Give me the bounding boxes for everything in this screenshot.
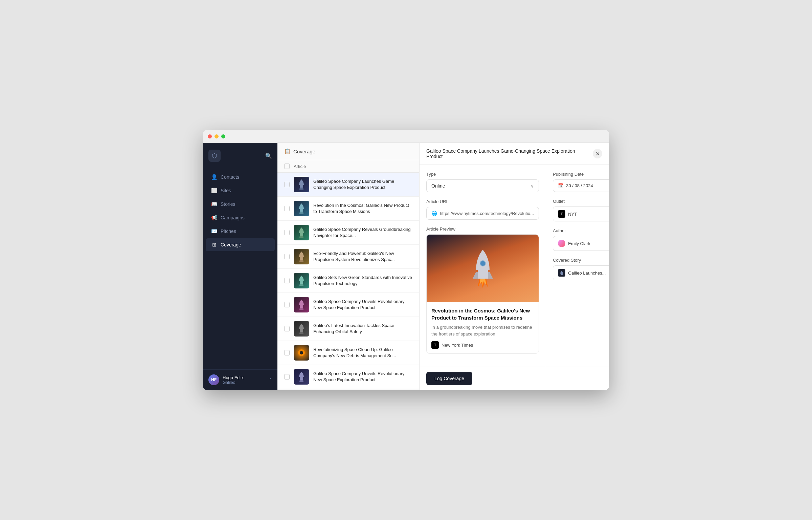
article-list-header: Article (277, 160, 419, 173)
stories-icon: 📖 (211, 201, 217, 207)
article-list-panel: 📋 Coverage Article Galileo Space Company… (277, 143, 420, 390)
covered-story-name: Galileo Launches... (568, 270, 606, 276)
maximize-button[interactable] (221, 134, 225, 138)
article-title: Revolutionizing Space Clean-Up: Galileo … (313, 347, 412, 359)
outlet-field[interactable]: T NYT (553, 207, 609, 221)
search-icon[interactable]: 🔍 (265, 153, 272, 159)
detail-right-column: Publishing Date 📅 30 / 08 / 2024 Outlet … (546, 165, 609, 367)
url-field-group: Article URL 🌐 https://www.nytimes.com/te… (426, 199, 539, 220)
list-item[interactable]: Eco-Friendly and Powerful: Galileo's New… (277, 245, 419, 269)
outlet-name: NYT (568, 212, 577, 217)
row-checkbox[interactable] (284, 350, 290, 355)
detail-header: Galileo Space Company Launches Game-Chan… (420, 143, 609, 165)
sidebar-item-label: Contacts (221, 174, 239, 180)
outlet-logo: T (558, 210, 565, 218)
list-item[interactable]: Galileo Sets New Green Standards with In… (277, 269, 419, 293)
row-checkbox[interactable] (284, 278, 290, 283)
preview-article-title: Revolution in the Cosmos: Galileo's New … (431, 307, 534, 321)
close-icon[interactable]: ✕ (593, 149, 602, 158)
sidebar-item-stories[interactable]: 📖 Stories (206, 198, 275, 211)
detail-left-column: Type Online ∨ Article URL 🌐 https://www.… (420, 165, 546, 367)
article-title: Galileo's Latest Innovation Tackles Spac… (313, 323, 412, 335)
article-thumbnail (294, 225, 309, 240)
type-dropdown[interactable]: Online ∨ (426, 179, 539, 192)
sidebar-item-label: Coverage (221, 242, 241, 247)
sidebar-item-coverage[interactable]: ⊞ Coverage (206, 238, 275, 251)
covered-story-group: Covered Story Galileo Launches... (553, 258, 609, 280)
sidebar-item-campaigns[interactable]: 📢 Campaigns (206, 211, 275, 224)
sidebar-item-pitches[interactable]: ✉️ Pitches (206, 225, 275, 238)
list-item[interactable]: Galileo Space Company Launches Game Chan… (277, 173, 419, 197)
sidebar-nav: 👤 Contacts ⬜ Sites 📖 Stories 📢 Campaigns… (203, 167, 277, 369)
contacts-icon: 👤 (211, 174, 217, 180)
sidebar-item-label: Stories (221, 201, 235, 207)
article-thumbnail (294, 345, 309, 361)
article-title: Galileo Sets New Green Standards with In… (313, 275, 412, 287)
row-checkbox[interactable] (284, 254, 290, 259)
list-item[interactable]: Galileo Space Company Unveils Revolution… (277, 365, 419, 389)
preview-outlet: T New York Times (431, 341, 534, 349)
header-checkbox[interactable] (284, 164, 290, 169)
article-thumbnail (294, 297, 309, 312)
article-thumbnail (294, 273, 309, 288)
article-thumbnail (294, 321, 309, 337)
preview-field-group: Article Preview (426, 226, 539, 354)
list-item[interactable]: Galileo Space Company Reveals Groundbrea… (277, 221, 419, 245)
story-thumbnail (558, 269, 565, 277)
publishing-date-label: Publishing Date (553, 172, 609, 177)
user-profile[interactable]: HF Hugo Felix Galileo ⌃ (203, 369, 277, 390)
row-checkbox[interactable] (284, 206, 290, 211)
nyt-logo: T (431, 341, 439, 349)
publishing-date-value: 30 / 08 / 2024 (566, 183, 593, 188)
avatar: HF (208, 374, 219, 385)
row-checkbox[interactable] (284, 182, 290, 187)
article-title: Galileo Space Company Reveals Groundbrea… (313, 226, 412, 239)
chevron-up-down-icon: ⌃ (269, 377, 272, 382)
row-checkbox[interactable] (284, 374, 290, 380)
sidebar-item-label: Sites (221, 188, 231, 193)
author-field[interactable]: Emily Clark (553, 236, 609, 251)
list-item[interactable]: Revolution in the Cosmos: Galileo's New … (277, 197, 419, 221)
row-checkbox[interactable] (284, 326, 290, 331)
outlet-name: New York Times (442, 343, 473, 348)
author-name: Emily Clark (568, 241, 590, 246)
article-title: Galileo Space Company Launches Game Chan… (313, 178, 412, 191)
preview-content: Revolution in the Cosmos: Galileo's New … (427, 302, 539, 353)
list-item[interactable]: Galileo Space Company Unveils Revolution… (277, 293, 419, 317)
sidebar-item-sites[interactable]: ⬜ Sites (206, 184, 275, 197)
preview-image (427, 235, 539, 302)
article-preview-card: Revolution in the Cosmos: Galileo's New … (426, 234, 539, 354)
article-title: Galileo Space Company Unveils Revolution… (313, 371, 412, 383)
minimize-button[interactable] (215, 134, 219, 138)
url-value: https://www.nytimes.com/technology/Revol… (440, 211, 534, 216)
author-label: Author (553, 228, 609, 233)
list-item[interactable]: Galileo's Latest Innovation Tackles Spac… (277, 317, 419, 341)
campaigns-icon: 📢 (211, 215, 217, 221)
user-name: Hugo Felix (223, 375, 265, 380)
url-label: Article URL (426, 199, 539, 204)
calendar-icon: 📅 (558, 183, 563, 188)
author-avatar (558, 240, 565, 247)
publishing-date-field[interactable]: 📅 30 / 08 / 2024 (553, 179, 609, 192)
detail-title: Galileo Space Company Launches Game-Chan… (426, 148, 587, 159)
pitches-icon: ✉️ (211, 228, 217, 234)
sidebar-item-contacts[interactable]: 👤 Contacts (206, 171, 275, 183)
covered-story-field[interactable]: Galileo Launches... (553, 265, 609, 280)
close-button[interactable] (208, 134, 212, 138)
app-window: ⬡ 🔍 👤 Contacts ⬜ Sites 📖 Stories 📢 (203, 130, 609, 390)
article-thumbnail (294, 201, 309, 216)
app-logo: ⬡ (208, 150, 221, 162)
list-item[interactable]: Revolutionizing Space Clean-Up: Galileo … (277, 341, 419, 365)
outlet-group: Outlet T NYT (553, 199, 609, 221)
user-company: Galileo (223, 380, 265, 385)
type-value: Online (431, 183, 445, 189)
url-field[interactable]: 🌐 https://www.nytimes.com/technology/Rev… (426, 207, 539, 220)
chevron-down-icon: ∨ (531, 183, 534, 189)
article-title: Galileo Space Company Unveils Revolution… (313, 299, 412, 311)
row-checkbox[interactable] (284, 302, 290, 307)
article-thumbnail (294, 177, 309, 192)
log-coverage-button[interactable]: Log Coverage (426, 372, 472, 385)
row-checkbox[interactable] (284, 230, 290, 235)
publishing-date-group: Publishing Date 📅 30 / 08 / 2024 (553, 172, 609, 192)
globe-icon: 🌐 (431, 211, 437, 216)
